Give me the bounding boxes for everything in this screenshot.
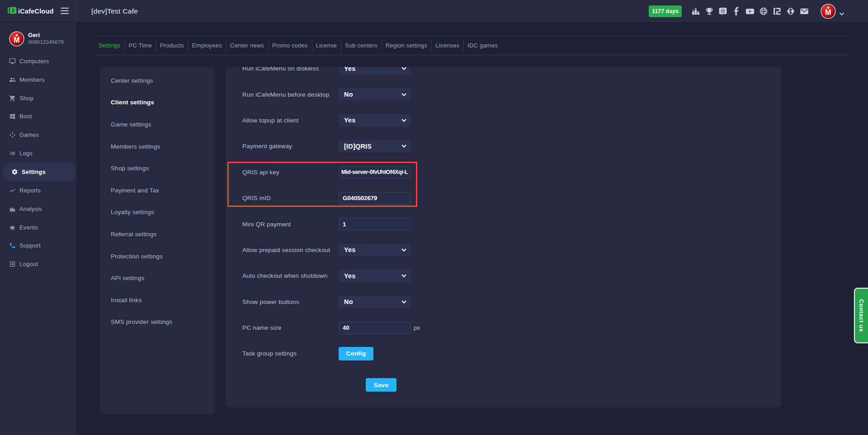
- brand-name: iCafeCloud: [18, 8, 54, 15]
- show-power-buttons-select[interactable]: No: [339, 295, 411, 308]
- mail-icon[interactable]: [800, 7, 809, 16]
- save-button[interactable]: Save: [366, 378, 396, 392]
- tab-promo-codes[interactable]: Promo codes: [268, 36, 312, 55]
- field-label: Run iCafeMenu before desktop: [242, 91, 339, 98]
- topbar-divider: [76, 0, 77, 22]
- form-row-task-group-settings: Task group settings Config: [225, 341, 781, 366]
- sidebar-avatar[interactable]: M: [9, 31, 24, 47]
- tab-idc-games[interactable]: IDC games: [463, 36, 502, 55]
- sidebar-item-label: Logout: [19, 261, 38, 267]
- sidebar-item-label: Analysis: [19, 206, 42, 212]
- brand[interactable]: 2 iCafeCloud: [7, 0, 54, 22]
- qris-api-key-input[interactable]: [339, 166, 411, 178]
- subnav-sms-provider-settings[interactable]: SMS provider settings: [100, 311, 215, 333]
- form-row-allow-topup-at-client: Allow topup at client Yes: [225, 108, 781, 133]
- tab-license[interactable]: License: [312, 36, 341, 55]
- field-label: Run iCafeMenu on diskless: [242, 67, 339, 72]
- sidebar-item-support[interactable]: Support: [0, 236, 76, 255]
- tab-products[interactable]: Products: [156, 36, 188, 55]
- subnav-install-links[interactable]: Install links: [100, 289, 215, 311]
- run-icafemenu-before-desktop-select[interactable]: No: [339, 88, 411, 101]
- config-button[interactable]: Config: [339, 347, 373, 360]
- avatar-caret-icon[interactable]: [839, 9, 844, 18]
- tab-settings[interactable]: Settings: [94, 36, 125, 55]
- subnav-shop-settings[interactable]: Shop settings: [100, 157, 215, 179]
- sidebar-item-computers[interactable]: Computers: [0, 52, 76, 70]
- tab-pc-time[interactable]: PC Time: [125, 36, 156, 55]
- client-settings-form: Run iCafeMenu on diskless Yes Run iCafeM…: [225, 67, 781, 407]
- form-row-pc-name-size: PC name size px: [225, 315, 781, 341]
- allow-topup-at-client-select[interactable]: Yes: [339, 114, 411, 126]
- sidebar-item-boot[interactable]: Boot: [0, 108, 76, 126]
- subnav-client-settings[interactable]: Client settings: [100, 92, 215, 114]
- pc-name-size-input[interactable]: [339, 322, 411, 334]
- form-row-run-icafemenu-before-desktop: Run iCafeMenu before desktop No: [225, 81, 781, 107]
- tab-region-settings[interactable]: Region settings: [382, 36, 432, 55]
- subnav-loyalty-settings[interactable]: Loyalty settings: [100, 201, 215, 224]
- sidebar-item-members[interactable]: Members: [0, 70, 76, 89]
- chevron-down-icon: [401, 119, 406, 122]
- subnav-game-settings[interactable]: Game settings: [100, 113, 215, 136]
- px-suffix: px: [414, 324, 420, 331]
- sidebar: M Geri 008612345678 Computers Members Sh…: [0, 23, 76, 435]
- tab-employees[interactable]: Employees: [188, 36, 226, 55]
- trophy-icon[interactable]: [705, 7, 714, 16]
- phone-icon: [9, 242, 16, 249]
- menu-toggle-button[interactable]: [61, 8, 69, 14]
- tab-licenses[interactable]: Licenses: [431, 36, 463, 55]
- youtube-icon[interactable]: [745, 7, 755, 16]
- sidebar-item-games[interactable]: Games: [0, 126, 76, 144]
- cart-icon: [9, 95, 16, 102]
- subnav-protection-settings[interactable]: Protection settings: [100, 245, 215, 267]
- leaderboard-icon[interactable]: [691, 7, 700, 16]
- auto-checkout-when-shutdown-select[interactable]: Yes: [339, 270, 411, 282]
- settings-subnav: Center settings Client settings Game set…: [100, 67, 215, 415]
- chevron-down-icon: [401, 300, 406, 304]
- crown-icon: [9, 224, 16, 231]
- icafecloud-logo-icon: 2: [7, 6, 17, 16]
- contact-us-tab[interactable]: Contact us: [854, 288, 868, 343]
- payment-gateway-select[interactable]: [ID]QRIS: [339, 140, 411, 153]
- icafecloud-mark-icon[interactable]: [773, 7, 782, 16]
- field-label: Allow prepaid session checkout: [242, 247, 339, 253]
- discord-icon[interactable]: [718, 7, 727, 16]
- sidebar-item-reports[interactable]: Reports: [0, 181, 76, 200]
- sidebar-item-events[interactable]: Events: [0, 218, 76, 237]
- field-label: Payment gateway: [242, 143, 339, 150]
- form-row-show-power-buttons: Show power buttons No: [225, 289, 781, 315]
- license-days-button[interactable]: 1177 days: [649, 5, 682, 17]
- sidebar-item-shop[interactable]: Shop: [0, 89, 76, 108]
- subnav-referral-settings[interactable]: Referral settings: [100, 223, 215, 245]
- form-row-qris-mid: QRIS mID: [225, 185, 781, 211]
- subnav-payment-and-tax[interactable]: Payment and Tax: [100, 179, 215, 201]
- run-icafemenu-on-diskless-select[interactable]: Yes: [339, 67, 411, 75]
- field-label: QRIS mID: [242, 195, 339, 201]
- topbar: 2 iCafeCloud [dev]Test Cafe 1177 days: [0, 0, 868, 23]
- user-avatar[interactable]: M: [821, 4, 836, 19]
- form-row-run-icafemenu-on-diskless: Run iCafeMenu on diskless Yes: [225, 67, 781, 81]
- chevron-down-icon: [401, 145, 406, 148]
- field-label: PC name size: [242, 324, 339, 331]
- chevron-down-icon: [401, 274, 406, 277]
- tab-sub-centers[interactable]: Sub centers: [341, 36, 382, 55]
- field-label: Task group settings: [242, 350, 339, 357]
- field-label: Auto checkout when shutdown: [242, 272, 339, 279]
- qris-mid-input[interactable]: [339, 192, 411, 205]
- svg-text:2: 2: [12, 7, 14, 13]
- sidebar-item-analysis[interactable]: Analysis: [0, 200, 76, 218]
- globe-icon[interactable]: [759, 7, 768, 16]
- sidebar-item-label: Support: [19, 242, 41, 249]
- sidebar-item-logs[interactable]: Logs: [0, 144, 76, 163]
- gs-mark-icon[interactable]: [786, 7, 795, 16]
- tab-center-news[interactable]: Center news: [226, 36, 268, 55]
- sidebar-item-logout[interactable]: Logout: [0, 255, 76, 273]
- chevron-down-icon: [401, 248, 406, 252]
- sidebar-item-label: Shop: [19, 95, 33, 102]
- mini-qr-payment-input[interactable]: [339, 218, 411, 230]
- sidebar-item-settings[interactable]: Settings: [2, 163, 76, 181]
- allow-prepaid-session-checkout-select[interactable]: Yes: [339, 243, 411, 256]
- facebook-icon[interactable]: [732, 7, 741, 16]
- subnav-members-settings[interactable]: Members settings: [100, 136, 215, 158]
- subnav-center-settings[interactable]: Center settings: [100, 70, 215, 92]
- subnav-api-settings[interactable]: API settings: [100, 267, 215, 289]
